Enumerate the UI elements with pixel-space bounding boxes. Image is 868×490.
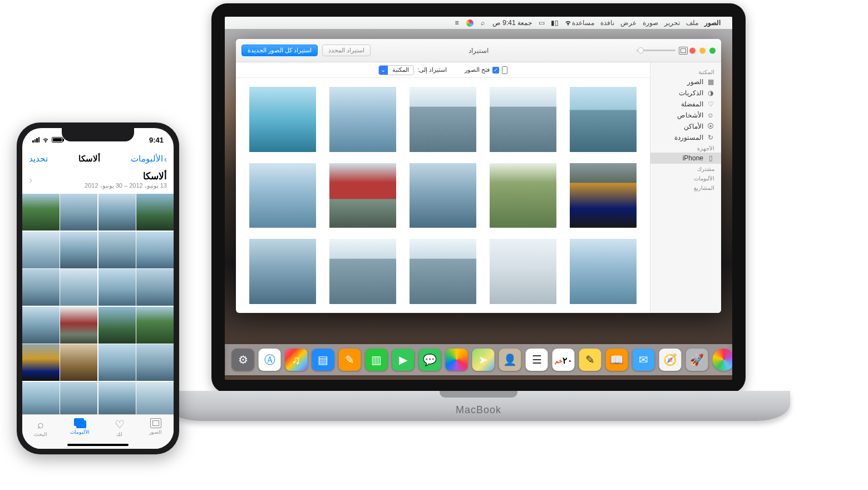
nav-select-button[interactable]: تحديد [29, 154, 48, 164]
dock-messages[interactable]: 💬 [419, 349, 441, 371]
wifi-icon[interactable] [564, 19, 572, 27]
photo-thumbnail[interactable] [136, 344, 174, 381]
dock-itunes[interactable]: ♫ [285, 349, 308, 371]
zoom-slider[interactable] [637, 50, 675, 51]
siri-icon[interactable] [466, 19, 474, 27]
import-thumbnail[interactable] [490, 239, 556, 304]
spotlight-icon[interactable]: ⌕ [479, 19, 487, 27]
dock-photos[interactable] [446, 349, 468, 371]
airplay-icon[interactable]: ▭ [537, 19, 545, 27]
import-thumbnail[interactable] [570, 239, 637, 304]
menu-view[interactable]: عرض [620, 19, 637, 27]
import-thumbnail[interactable] [329, 239, 396, 304]
dock-pages[interactable]: ✎ [339, 349, 361, 371]
photo-thumbnail[interactable] [98, 307, 136, 344]
photo-thumbnail[interactable] [60, 232, 97, 268]
sidebar-item-people[interactable]: ☺الأشخاص [650, 110, 721, 121]
sidebar-item-photos[interactable]: ▦الصور [650, 76, 721, 87]
import-thumbnail[interactable] [249, 163, 316, 228]
photo-thumbnail[interactable] [98, 269, 136, 306]
dock-calendar[interactable]: خم٢٠ [553, 349, 575, 371]
dock-launchpad[interactable]: 🚀 [686, 349, 708, 371]
select-caret-icon: ⌄ [379, 66, 388, 75]
photo-thumbnail[interactable] [22, 344, 60, 381]
menu-image[interactable]: صورة [643, 19, 658, 27]
import-thumbnail[interactable] [570, 163, 637, 228]
dock-safari[interactable]: 🧭 [659, 349, 682, 371]
photo-thumbnail[interactable] [60, 269, 97, 306]
import-thumbnail[interactable] [490, 163, 556, 228]
photo-thumbnail[interactable] [60, 307, 97, 344]
dock-numbers[interactable]: ▥ [366, 349, 388, 371]
dock-facetime[interactable]: ▶ [392, 349, 415, 371]
tab-for-you[interactable]: ♡لك [113, 418, 126, 437]
battery-icon[interactable]: ▮▯ [551, 19, 559, 27]
sidebar-item-memories[interactable]: ◑الذكريات [650, 87, 721, 99]
close-window-button[interactable] [689, 47, 696, 53]
photo-thumbnail[interactable] [22, 194, 60, 231]
menubar-app-name[interactable]: الصور [704, 19, 721, 27]
photo-thumbnail[interactable] [60, 344, 97, 381]
import-selected-button[interactable]: استيراد المحدد [322, 45, 371, 56]
dock-notes[interactable]: ✎ [579, 349, 601, 371]
menu-window[interactable]: نافذة [600, 19, 614, 27]
menu-extra-icon[interactable]: ≡ [453, 19, 461, 27]
sidebar-item-imports[interactable]: ↻المستوردة [650, 132, 721, 143]
menu-edit[interactable]: تحرير [664, 19, 680, 27]
tab-photos[interactable]: الصور [149, 418, 162, 435]
photo-thumbnail[interactable] [136, 194, 174, 231]
import-to-select[interactable]: المكتبة ⌄ [378, 65, 414, 75]
import-thumbnail[interactable] [490, 87, 556, 152]
import-thumbnail[interactable] [410, 239, 476, 304]
photo-thumbnail[interactable] [136, 232, 174, 268]
import-options-bar: ✓ فتح الصور استيراد إلى: المكتبة ⌄ [236, 62, 650, 78]
nav-back-button[interactable]: › الألبومات [131, 154, 167, 164]
dock-system-preferences[interactable]: ⚙ [232, 349, 254, 371]
maximize-window-button[interactable] [709, 47, 716, 53]
photo-thumbnail[interactable] [136, 269, 174, 306]
open-photos-checkbox[interactable]: ✓ [492, 67, 499, 74]
dock-keynote[interactable]: ▤ [312, 349, 334, 371]
dock-siri[interactable] [713, 349, 733, 371]
albums-tab-icon [74, 418, 86, 428]
photo-thumbnail[interactable] [98, 344, 136, 381]
sidebar-item-places[interactable]: ⦿الأماكن [650, 121, 721, 132]
import-thumbnail[interactable] [329, 163, 396, 228]
home-indicator[interactable] [67, 444, 129, 446]
menubar-clock[interactable]: جمعة 9:41 ص [492, 19, 532, 27]
dock-contacts[interactable]: 👤 [499, 349, 521, 371]
album-subheader[interactable]: ألاسكا 13 يونيو، 2012 – 30 يونيو، 2012 ‹ [22, 169, 174, 194]
photo-thumbnail[interactable] [98, 232, 136, 268]
tab-search[interactable]: ⌕البحث [34, 418, 47, 437]
tab-albums[interactable]: الألبومات [70, 418, 90, 435]
photo-thumbnail[interactable] [22, 382, 60, 419]
menu-help[interactable]: مساعدة [572, 19, 594, 27]
photo-thumbnail[interactable] [22, 269, 60, 306]
dock-app-store[interactable]: Ⓐ [259, 349, 281, 371]
dock-mail[interactable]: ✉ [633, 349, 655, 371]
photo-thumbnail[interactable] [60, 382, 97, 419]
import-thumbnail[interactable] [570, 87, 637, 152]
menu-file[interactable]: ملف [686, 19, 698, 27]
import-thumbnail[interactable] [410, 87, 476, 152]
photo-thumbnail[interactable] [98, 382, 136, 419]
import-thumbnail[interactable] [249, 87, 316, 152]
import-thumbnail[interactable] [410, 163, 476, 228]
sidebar-item-iphone[interactable]: ▯iPhone [650, 153, 721, 164]
dock-maps[interactable]: ➤ [472, 349, 495, 371]
photo-thumbnail[interactable] [22, 307, 60, 344]
sidebar-item-favorites[interactable]: ♡المفضلة [650, 99, 721, 110]
import-all-new-button[interactable]: استيراد كل الصور الجديدة [241, 45, 318, 56]
import-thumbnail[interactable] [329, 87, 396, 152]
minimize-window-button[interactable] [699, 47, 706, 53]
photo-thumbnail[interactable] [22, 232, 60, 268]
photo-thumbnail[interactable] [136, 382, 174, 419]
photo-thumbnail[interactable] [60, 194, 97, 231]
dock-reminders[interactable]: ☰ [526, 349, 548, 371]
photo-thumbnail[interactable] [98, 194, 136, 231]
photo-thumbnail[interactable] [136, 307, 174, 344]
dock-ibooks[interactable]: 📖 [606, 349, 628, 371]
thumbnail-zoom-control[interactable] [637, 47, 688, 55]
window-body: المكتبة ▦الصور ◑الذكريات ♡المفضلة ☺الأشخ… [236, 62, 721, 313]
import-thumbnail[interactable] [249, 239, 316, 304]
